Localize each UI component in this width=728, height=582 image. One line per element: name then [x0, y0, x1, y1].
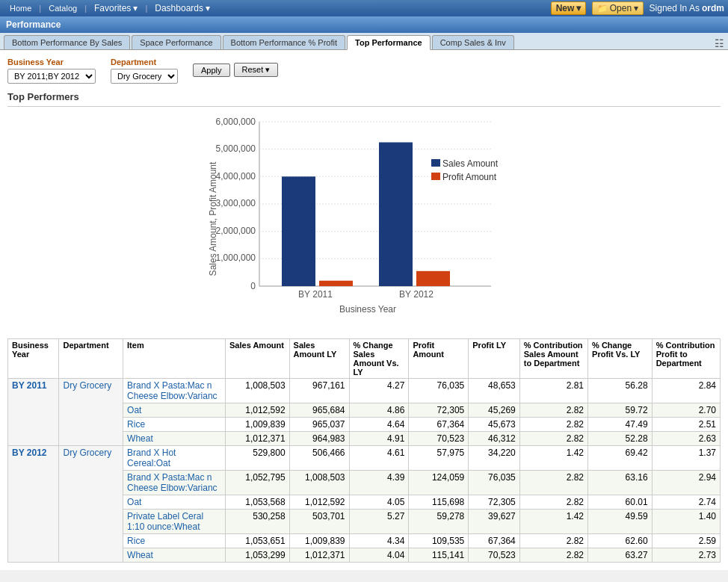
nav-favorites[interactable]: Favorites ▾: [88, 1, 144, 15]
table-cell: 4.34: [349, 534, 409, 548]
table-cell: 2.59: [652, 534, 720, 548]
table-cell: 39,627: [469, 510, 519, 534]
legend-sales-icon: [431, 159, 440, 167]
table-cell: 52.28: [588, 432, 653, 446]
table-cell: 59.72: [588, 403, 653, 418]
table-cell: 2.82: [519, 418, 587, 432]
table-cell: 503,701: [289, 510, 349, 534]
table-cell: 124,059: [409, 471, 469, 495]
tab-space[interactable]: Space Performance: [132, 35, 220, 49]
table-cell: 964,983: [289, 432, 349, 446]
table-cell: 47.49: [588, 418, 653, 432]
table-cell: 4.04: [349, 548, 409, 563]
table-cell: 1,008,503: [226, 379, 290, 403]
table-cell: 4.61: [349, 446, 409, 471]
svg-text:6,000,000: 6,000,000: [216, 117, 256, 127]
tab-comp-sales[interactable]: Comp Sales & Inv: [432, 35, 514, 49]
nav-catalog[interactable]: Catalog: [43, 2, 83, 14]
table-cell: 67,364: [409, 418, 469, 432]
cell-dept: Dry Grocery: [59, 446, 123, 563]
table-cell: 2.70: [652, 403, 720, 418]
bar-by2012-profit: [416, 271, 450, 286]
svg-text:4,000,000: 4,000,000: [216, 171, 256, 182]
table-cell: 1,053,651: [226, 534, 290, 548]
tab-bottom-sales[interactable]: Bottom Performance By Sales: [4, 35, 130, 49]
table-cell: 506,466: [289, 446, 349, 471]
top-nav-right: New ▾ 📁 Open ▾ Signed In As ordm: [551, 1, 724, 15]
tab-settings-icon[interactable]: ☷: [715, 37, 724, 49]
nav-dashboards[interactable]: Dashboards ▾: [149, 1, 216, 15]
svg-text:2,000,000: 2,000,000: [216, 226, 256, 236]
cell-dept: Dry Grocery: [59, 379, 123, 446]
table-cell: 63.16: [588, 471, 653, 495]
table-cell: 72,305: [469, 495, 519, 510]
table-cell: 46,312: [469, 432, 519, 446]
bar-by2011-sales: [282, 176, 315, 286]
col-item: Item: [123, 339, 226, 379]
table-cell: 59,278: [409, 510, 469, 534]
top-nav: Home | Catalog | Favorites ▾ | Dashboard…: [0, 0, 728, 16]
table-cell: 1,053,568: [226, 495, 290, 510]
department-select[interactable]: Dry Grocery: [111, 69, 178, 84]
table-cell: 2.51: [652, 418, 720, 432]
table-cell: 115,698: [409, 495, 469, 510]
table-cell: 76,035: [409, 379, 469, 403]
table-cell: 45,673: [469, 418, 519, 432]
table-cell: 48,653: [469, 379, 519, 403]
col-dept: Department: [59, 339, 123, 379]
tab-bar: Bottom Performance By Sales Space Perfor…: [0, 33, 728, 50]
table-cell: 530,258: [226, 510, 290, 534]
reset-button[interactable]: Reset ▾: [234, 63, 279, 77]
svg-text:3,000,000: 3,000,000: [216, 198, 256, 208]
tab-bottom-profit[interactable]: Bottom Performance % Profit: [223, 35, 345, 49]
table-cell: 1,008,503: [289, 471, 349, 495]
table-cell: 4.91: [349, 432, 409, 446]
table-cell: Rice: [123, 418, 226, 432]
table-cell: 1,009,839: [289, 534, 349, 548]
table-cell: 1.40: [652, 510, 720, 534]
legend-profit-icon: [431, 173, 440, 180]
new-button[interactable]: New ▾: [551, 1, 587, 15]
table-cell: 70,523: [409, 432, 469, 446]
table-cell: 4.27: [349, 379, 409, 403]
table-cell: 70,523: [469, 548, 519, 563]
title-bar: Performance: [0, 16, 728, 33]
table-row: BY 2011Dry GroceryBrand X Pasta:Mac n Ch…: [8, 379, 721, 403]
table-row: BY 2012Dry GroceryBrand X Hot Cereal:Oat…: [8, 446, 721, 471]
legend-sales-label: Sales Amount: [442, 158, 499, 169]
table-cell: 1,009,839: [226, 418, 290, 432]
table-cell: 2.82: [519, 548, 587, 563]
table-cell: 45,269: [469, 403, 519, 418]
table-cell: 109,535: [409, 534, 469, 548]
section-title: Top Performers: [7, 91, 721, 107]
legend-profit-label: Profit Amount: [442, 172, 497, 182]
table-cell: Oat: [123, 403, 226, 418]
nav-home[interactable]: Home: [4, 2, 37, 14]
table-cell: 60.01: [588, 495, 653, 510]
open-button[interactable]: 📁 Open ▾: [592, 1, 644, 15]
signed-in-label: Signed In As ordm: [650, 3, 724, 13]
business-year-select[interactable]: BY 2011;BY 2012: [7, 69, 96, 84]
table-cell: 62.60: [588, 534, 653, 548]
svg-text:BY 2011: BY 2011: [298, 289, 333, 300]
table-cell: Private Label Ceral 1:10 ounce:Wheat: [123, 510, 226, 534]
svg-text:Business Year: Business Year: [339, 304, 396, 315]
table-cell: Brand X Pasta:Mac n Cheese Elbow:Varianc: [123, 379, 226, 403]
filter-area: Business Year BY 2011;BY 2012 Department…: [7, 58, 721, 84]
tab-top-performance[interactable]: Top Performance: [347, 35, 431, 50]
table-cell: 1,053,299: [226, 548, 290, 563]
table-cell: 2.82: [519, 534, 587, 548]
apply-button[interactable]: Apply: [193, 64, 230, 77]
table-cell: 1,012,371: [226, 432, 290, 446]
table-cell: 56.28: [588, 379, 653, 403]
col-profit: Profit Amount: [409, 339, 469, 379]
table-cell: 965,684: [289, 403, 349, 418]
col-profit-ly: Profit LY: [469, 339, 519, 379]
table-cell: 5.27: [349, 510, 409, 534]
table-cell: 69.42: [588, 446, 653, 471]
table-cell: 1,012,371: [289, 548, 349, 563]
cell-by: BY 2011: [8, 379, 59, 446]
table-cell: 1,012,592: [226, 403, 290, 418]
table-cell: 1.42: [519, 510, 587, 534]
table-cell: 63.27: [588, 548, 653, 563]
